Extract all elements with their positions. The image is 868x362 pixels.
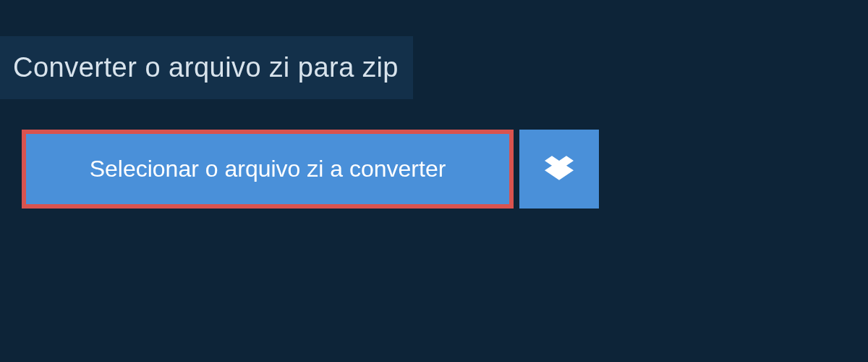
select-file-label: Selecionar o arquivo zi a converter	[90, 156, 446, 182]
page-title: Converter o arquivo zi para zip	[13, 52, 399, 83]
dropbox-button[interactable]	[519, 130, 599, 209]
button-row: Selecionar o arquivo zi a converter	[22, 130, 868, 209]
header-panel: Converter o arquivo zi para zip	[0, 36, 413, 99]
dropbox-icon	[545, 153, 574, 185]
select-file-button[interactable]: Selecionar o arquivo zi a converter	[22, 130, 514, 209]
